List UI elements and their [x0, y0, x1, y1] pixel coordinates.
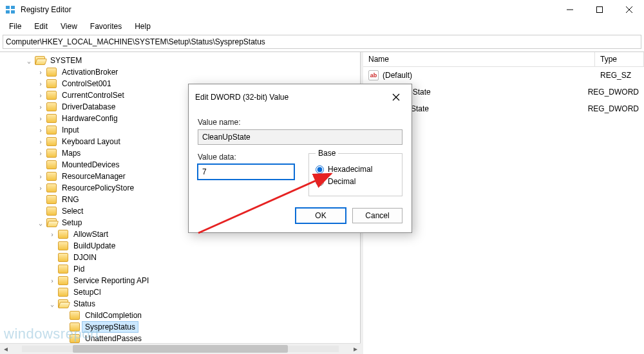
- folder-icon: [46, 68, 57, 77]
- maximize-button[interactable]: [585, 0, 614, 19]
- folder-icon: [58, 253, 68, 262]
- tree-node-label: ResourceManager: [59, 171, 128, 182]
- edit-dword-dialog: Edit DWORD (32-bit) Value Value name: Va…: [188, 84, 412, 233]
- column-type[interactable]: Type: [595, 52, 644, 66]
- tree-node[interactable]: SetupCl: [0, 286, 360, 298]
- svg-rect-5: [597, 7, 603, 13]
- collapse-icon[interactable]: ⌄: [26, 57, 32, 64]
- scroll-right-icon[interactable]: ▸: [350, 344, 361, 355]
- value-name-label: Value name:: [198, 118, 402, 127]
- expand-icon[interactable]: ›: [37, 80, 44, 88]
- value-type: REG_SZ: [595, 69, 644, 82]
- expand-icon[interactable]: ›: [37, 115, 44, 122]
- svg-rect-3: [11, 10, 15, 14]
- tree-node-label: SetupCl: [71, 287, 104, 297]
- tree-node[interactable]: BuildUpdate: [0, 240, 360, 252]
- radio-hexadecimal-label: Hexadecimal: [328, 165, 372, 174]
- expand-icon[interactable]: ›: [37, 69, 44, 76]
- ok-button[interactable]: OK: [296, 208, 346, 223]
- close-button[interactable]: [614, 0, 644, 19]
- collapse-icon[interactable]: ⌄: [49, 301, 55, 308]
- value-row[interactable]: ab(Default)REG_SZ: [363, 67, 644, 84]
- dialog-body: Value name: Value data: Base Hexadecimal…: [189, 110, 412, 232]
- tree-node-label: ControlSet001: [59, 79, 114, 89]
- folder-icon: [35, 56, 45, 65]
- tree-node-label: Pid: [71, 264, 87, 274]
- radio-decimal[interactable]: Decimal: [316, 177, 395, 186]
- svg-rect-2: [6, 10, 10, 14]
- tree-node-label: Keyboard Layout: [59, 136, 123, 147]
- folder-icon: [70, 334, 80, 343]
- menu-favorites[interactable]: Favorites: [85, 21, 127, 32]
- column-name[interactable]: Name: [363, 52, 595, 66]
- folder-icon: [58, 265, 68, 274]
- menu-edit[interactable]: Edit: [29, 21, 53, 32]
- folder-icon: [46, 183, 57, 192]
- tree-node-label: Select: [59, 206, 86, 216]
- window-title: Registry Editor: [21, 5, 555, 14]
- tree-node[interactable]: DJOIN: [0, 252, 360, 263]
- collapse-icon[interactable]: ⌄: [37, 219, 44, 227]
- scroll-track[interactable]: [22, 346, 339, 352]
- expand-icon[interactable]: ›: [49, 231, 55, 238]
- tree-node[interactable]: ›ActivationBroker: [0, 66, 360, 78]
- close-icon: [392, 93, 400, 101]
- dialog-title: Edit DWORD (32-bit) Value: [195, 93, 387, 102]
- tree-node-label: DJOIN: [71, 252, 99, 263]
- value-data-field[interactable]: [198, 164, 294, 180]
- tree-node[interactable]: ⌄Status: [0, 298, 360, 310]
- menu-view[interactable]: View: [55, 21, 82, 32]
- folder-icon: [58, 288, 68, 297]
- expand-icon[interactable]: ›: [37, 138, 44, 145]
- tree-h-scrollbar[interactable]: ◂ ▸: [0, 343, 361, 354]
- expand-icon[interactable]: ›: [37, 92, 44, 99]
- tree-node-label: ResourcePolicyStore: [59, 183, 137, 193]
- cancel-button[interactable]: Cancel: [352, 208, 402, 223]
- tree-node-label: Input: [59, 125, 82, 135]
- dialog-titlebar[interactable]: Edit DWORD (32-bit) Value: [189, 84, 412, 110]
- radio-hexadecimal[interactable]: Hexadecimal: [316, 165, 395, 174]
- scroll-left-icon[interactable]: ◂: [0, 344, 11, 355]
- value-type: REG_DWORD: [583, 102, 644, 115]
- dialog-close-button[interactable]: [387, 89, 405, 105]
- tree-node-label: Service Reporting API: [71, 275, 151, 286]
- address-text: Computer\HKEY_LOCAL_MACHINE\SYSTEM\Setup…: [6, 37, 265, 46]
- folder-icon: [46, 195, 57, 204]
- expand-icon[interactable]: ›: [49, 277, 55, 284]
- tree-node-label: ChildCompletion: [82, 310, 144, 321]
- folder-icon: [58, 276, 68, 285]
- expand-icon[interactable]: ›: [37, 127, 44, 134]
- menu-file[interactable]: File: [4, 21, 26, 32]
- tree-node[interactable]: Pid: [0, 263, 360, 275]
- expand-icon[interactable]: ›: [37, 104, 44, 111]
- address-bar[interactable]: Computer\HKEY_LOCAL_MACHINE\SYSTEM\Setup…: [3, 35, 641, 49]
- tree-node[interactable]: ›Service Reporting API: [0, 275, 360, 286]
- tree-node-label: HardwareConfig: [59, 113, 120, 124]
- value-data-label: Value data:: [198, 153, 294, 162]
- folder-icon: [70, 322, 80, 331]
- tree-node[interactable]: ChildCompletion: [0, 310, 360, 321]
- tree-node[interactable]: ⌄SYSTEM: [0, 55, 360, 66]
- tree-node-label: Maps: [59, 148, 83, 158]
- folder-icon: [46, 102, 57, 111]
- folder-icon: [46, 91, 57, 100]
- tree-node-label: DriverDatabase: [59, 102, 118, 112]
- tree-node[interactable]: SysprepStatus: [0, 321, 360, 333]
- svg-rect-0: [6, 6, 10, 9]
- folder-icon: [46, 137, 57, 146]
- folder-icon: [46, 149, 57, 158]
- tree-node-label: CurrentControlSet: [59, 90, 127, 100]
- radio-decimal-input[interactable]: [316, 178, 324, 186]
- expand-icon[interactable]: ›: [37, 185, 44, 192]
- folder-icon: [58, 241, 68, 250]
- folder-icon: [46, 160, 57, 169]
- minimize-button[interactable]: [555, 0, 585, 19]
- menu-bar: File Edit View Favorites Help: [0, 19, 644, 33]
- menu-help[interactable]: Help: [129, 21, 156, 32]
- values-header: Name Type: [363, 52, 644, 67]
- expand-icon[interactable]: ›: [37, 150, 44, 157]
- radio-hexadecimal-input[interactable]: [316, 165, 324, 174]
- expand-icon[interactable]: ›: [37, 173, 44, 180]
- scroll-thumb[interactable]: [73, 345, 289, 353]
- tree-node-label: AllowStart: [71, 229, 111, 239]
